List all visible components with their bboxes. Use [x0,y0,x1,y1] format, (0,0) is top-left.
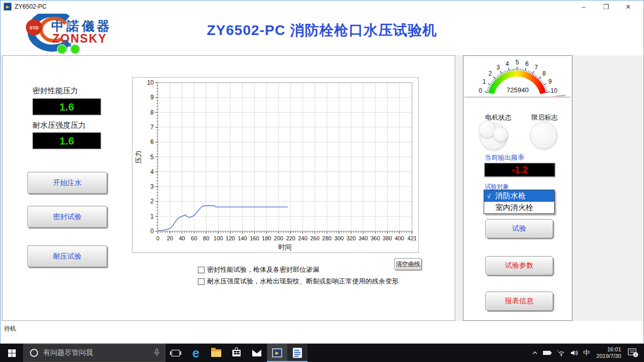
app-window: ▶ ZY6502-PC – ❐ ✕ STD 中諾儀器 ZONSKY [0,0,644,344]
svg-text:160: 160 [250,235,259,241]
status-bar: 待机 [1,321,643,343]
strength-pressure-value: 1.6 [59,135,74,147]
pressure-test-button[interactable]: 耐压试验 [27,245,107,267]
strength-test-checkbox-label: 耐水压强度试验，水枪出现裂纹、断裂或影响正常使用的残余变形 [207,277,398,286]
svg-text:280: 280 [322,235,331,241]
system-tray: * 中 16:01 2019/7/30 1 [529,344,644,362]
start-fill-water-button[interactable]: 开始注水 [27,172,107,194]
mic-icon[interactable] [154,348,160,358]
check-icon: √ [487,193,495,200]
output-frequency-label: 当前输出频率 [485,153,524,162]
seal-test-checkbox-row: 密封性能试验，枪体及各密封部位渗漏 [198,265,319,274]
svg-text:340: 340 [358,235,367,241]
title-bar: ▶ ZY6502-PC – ❐ ✕ [1,1,643,13]
header: STD 中諾儀器 ZONSKY ZY6502-PC 消防栓枪口水压试验机 [1,13,643,55]
windows-logo-icon [8,349,16,357]
dropdown-option-indoor-hydrant[interactable]: 室内消火栓 [484,202,554,213]
search-placeholder: 有问题尽管问我 [43,348,93,357]
svg-text:5: 5 [516,59,519,66]
notification-center-button[interactable]: 1 [625,344,644,362]
svg-text:180: 180 [262,235,271,241]
svg-text:10: 10 [147,79,154,86]
svg-text:压力: 压力 [134,151,142,164]
start-button[interactable] [0,344,23,362]
minimize-button[interactable]: – [572,1,595,13]
seal-pressure-display: 1.6 [32,98,101,115]
svg-text:120: 120 [226,235,235,241]
strength-test-checkbox[interactable] [198,278,205,285]
volume-icon[interactable] [568,344,581,362]
store-icon [232,350,241,356]
svg-text:240: 240 [298,235,307,241]
logo-green-dot-2 [71,45,80,54]
svg-text:5: 5 [150,154,154,161]
test-params-button[interactable]: 试验参数 [485,256,553,275]
seal-test-button[interactable]: 密封试验 [27,206,107,228]
test-button[interactable]: 试验 [485,219,553,238]
svg-text:1: 1 [150,213,154,220]
dropdown-option-label: 消防水枪 [495,191,526,201]
tray-date: 2019/7/30 [596,353,621,359]
notification-badge-count: 1 [634,352,636,357]
mail-button[interactable] [247,344,267,362]
pressure-time-chart: 0123456789100204060801001201401601802002… [132,77,419,253]
close-button[interactable]: ✕ [617,1,639,13]
seal-test-checkbox[interactable] [198,267,205,273]
wps-app-button[interactable] [287,344,308,362]
task-view-icon [172,350,180,356]
svg-text:9: 9 [549,78,552,85]
strength-pressure-display: 1.6 [32,132,101,149]
clear-curve-button[interactable]: 清空曲线 [394,258,422,270]
svg-text:300: 300 [334,235,344,241]
chart-canvas: 0123456789100204060801001201401601802002… [132,78,418,252]
window-title: ZY6502-PC [15,3,47,10]
logo-green-dot-1 [57,45,66,54]
svg-text:3: 3 [150,183,154,190]
svg-text:6: 6 [150,138,154,146]
store-button[interactable] [226,344,247,362]
svg-text:*: * [557,350,559,353]
seal-pressure-value: 1.6 [59,101,74,113]
output-frequency-display: -1.2 [484,162,556,177]
cortana-icon [30,349,38,357]
output-frequency-value: -1.2 [512,165,527,175]
svg-text:8: 8 [150,109,154,116]
tray-time: 16:01 [596,346,621,353]
dropdown-option-fire-nozzle[interactable]: √ 消防水枪 [484,190,554,202]
edge-button[interactable]: e [186,344,206,362]
file-explorer-icon [211,349,221,357]
svg-text:380: 380 [383,235,392,241]
svg-text:80: 80 [203,235,209,241]
right-panel: 012345678910 725940 电机状态 限启标志 当前输出频率 -1.… [463,55,572,321]
gauge-value: 725940 [464,86,571,94]
cortana-search-box[interactable]: 有问题尽管问我 [23,344,165,362]
wifi-icon[interactable]: * [555,344,568,362]
svg-text:时间: 时间 [279,243,292,251]
task-view-button[interactable] [165,344,186,362]
svg-text:60: 60 [191,235,197,241]
gauge-box: 012345678910 725940 [464,57,571,97]
svg-text:9: 9 [150,94,154,101]
test-object-dropdown: √ 消防水枪 室内消火栓 [484,190,555,214]
limit-flag-label: 限启标志 [531,113,558,122]
file-explorer-button[interactable] [206,344,226,362]
seal-test-checkbox-label: 密封性能试验，枪体及各密封部位渗漏 [207,265,319,274]
status-text: 待机 [4,324,16,333]
edge-icon: e [192,347,199,359]
svg-text:360: 360 [370,235,380,241]
svg-text:1: 1 [483,78,486,85]
svg-text:100: 100 [214,235,223,241]
svg-text:4: 4 [150,168,154,175]
ime-indicator[interactable]: 中 [581,344,592,362]
report-info-button[interactable]: 报表信息 [485,292,553,311]
maximize-button[interactable]: ❐ [595,1,617,13]
taskbar: 有问题尽管问我 e ▶ [0,344,644,362]
svg-text:260: 260 [310,235,319,241]
motor-status-led-inner2 [493,127,508,142]
labview-app-button[interactable]: ▶ [267,344,287,362]
tray-chevron-up-icon[interactable] [529,344,540,362]
tray-clock[interactable]: 16:01 2019/7/30 [592,346,625,359]
svg-text:0: 0 [156,235,159,241]
svg-text:4: 4 [505,60,509,67]
battery-icon[interactable] [540,344,555,362]
